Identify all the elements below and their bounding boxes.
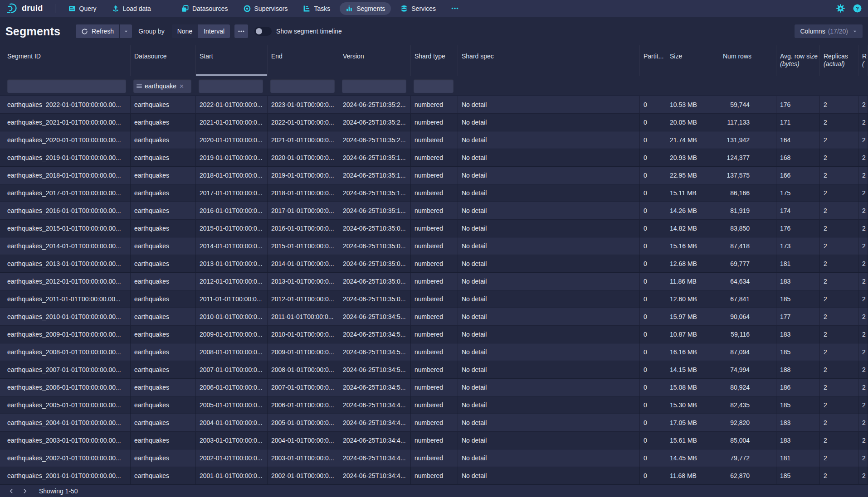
cell-segment_id: earthquakes_2008-01-01T00:00:00.00...	[0, 343, 131, 361]
brand[interactable]: druid	[6, 2, 43, 14]
cell-shard_spec: No detail	[458, 131, 640, 149]
table-row: earthquakes_2011-01-01T00:00:00.00...ear…	[0, 290, 868, 308]
table-row: earthquakes_2006-01-01T00:00:00.00...ear…	[0, 379, 868, 396]
column-header-segment_id[interactable]: Segment ID	[0, 45, 131, 76]
cell-size: 11.86 MB	[666, 273, 719, 290]
column-label: Shard spec	[462, 53, 494, 60]
column-header-shard_type[interactable]: Shard type	[411, 45, 458, 76]
column-header-avg_row_size[interactable]: Avg. row size(bytes)	[776, 45, 820, 76]
cell-start: 2018-01-01T00:00:0...	[196, 167, 268, 184]
cell-num_rows: 74,994	[719, 361, 776, 378]
cell-shard_spec: No detail	[458, 96, 640, 113]
query-icon	[68, 5, 76, 12]
nav-item-more[interactable]	[445, 2, 464, 15]
segment_id-filter-input[interactable]	[7, 79, 126, 93]
cell-datasource: earthquakes	[131, 467, 196, 484]
cell-avg_row_size: 168	[776, 149, 820, 166]
more-actions-button[interactable]	[234, 24, 248, 38]
cell-num_rows: 124,377	[719, 149, 776, 166]
cell-num_rows: 92,820	[719, 414, 776, 431]
start-filter-input[interactable]	[199, 79, 263, 93]
cell-shard_type: numbered	[411, 149, 458, 166]
cell-num_rows: 67,841	[719, 290, 776, 308]
cell-shard_type: numbered	[411, 343, 458, 361]
cell-end: 2012-01-01T00:00:0...	[268, 290, 339, 308]
previous-page-button[interactable]	[5, 486, 18, 497]
help-icon[interactable]: ?	[853, 4, 862, 13]
column-header-replicated[interactable]: R(	[858, 45, 868, 76]
cell-segment_id: earthquakes_2013-01-01T00:00:00.00...	[0, 255, 131, 272]
cell-replicated: 2	[858, 96, 868, 113]
settings-gear-icon[interactable]	[836, 4, 845, 13]
datasource-filter-value: earthquake	[145, 82, 176, 90]
cell-end: 2018-01-01T00:00:0...	[268, 184, 339, 202]
cell-avg_row_size: 185	[776, 396, 820, 414]
cell-replicated: 2	[858, 149, 868, 166]
nav-item-segments[interactable]: Segments	[340, 2, 391, 15]
filter-cell-num_rows	[719, 76, 776, 96]
nav-item-load-data[interactable]: Load data	[106, 2, 157, 15]
column-header-version[interactable]: Version	[339, 45, 411, 76]
datasource-filter-input[interactable]: earthquake✕	[133, 79, 191, 93]
cell-shard_spec: No detail	[458, 343, 640, 361]
cell-size: 14.45 MB	[666, 449, 719, 467]
column-header-end[interactable]: End	[268, 45, 339, 76]
column-header-partition[interactable]: Partit...	[640, 45, 666, 76]
cell-shard_spec: No detail	[458, 449, 640, 467]
cell-start: 2003-01-01T00:00:0...	[196, 432, 268, 449]
cell-shard_type: numbered	[411, 379, 458, 396]
refresh-button[interactable]: Refresh	[76, 24, 119, 38]
cell-start: 2008-01-01T00:00:0...	[196, 343, 268, 361]
column-header-shard_spec[interactable]: Shard spec	[458, 45, 640, 76]
group-by-none-button[interactable]: None	[172, 24, 198, 38]
group-by-none-label: None	[177, 28, 192, 35]
next-page-button[interactable]	[18, 486, 32, 497]
nav-item-services[interactable]: Services	[395, 2, 442, 15]
filter-cell-shard_spec	[458, 76, 640, 96]
filter-equals-icon	[137, 83, 142, 89]
column-header-replicas[interactable]: Replicas(actual)	[820, 45, 858, 76]
nav-item-query[interactable]: Query	[63, 2, 102, 15]
cell-end: 2014-01-01T00:00:0...	[268, 255, 339, 272]
cell-partition: 0	[640, 273, 666, 290]
column-sublabel: (	[862, 60, 864, 68]
cell-partition: 0	[640, 343, 666, 361]
cell-shard_spec: No detail	[458, 149, 640, 166]
end-filter-input[interactable]	[270, 79, 335, 93]
table-row: earthquakes_2021-01-01T00:00:00.00...ear…	[0, 114, 868, 131]
table-row: earthquakes_2014-01-01T00:00:00.00...ear…	[0, 237, 868, 255]
cell-shard_spec: No detail	[458, 220, 640, 237]
cell-segment_id: earthquakes_2018-01-01T00:00:00.00...	[0, 167, 131, 184]
show-timeline-toggle[interactable]	[254, 27, 272, 36]
nav-item-datasources[interactable]: Datasources	[176, 2, 234, 15]
cell-shard_spec: No detail	[458, 255, 640, 272]
cell-partition: 0	[640, 167, 666, 184]
remove-filter-icon[interactable]: ✕	[179, 83, 184, 90]
cell-avg_row_size: 181	[776, 255, 820, 272]
cell-replicated: 2	[858, 449, 868, 467]
column-header-size[interactable]: Size	[666, 45, 719, 76]
filter-cell-replicated	[858, 76, 868, 96]
column-header-start[interactable]: Start	[196, 45, 268, 76]
cell-replicated: 2	[858, 131, 868, 149]
cell-segment_id: earthquakes_2010-01-01T00:00:00.00...	[0, 308, 131, 325]
columns-button[interactable]: Columns (17/20)	[795, 24, 863, 38]
cell-replicated: 2	[858, 255, 868, 272]
cell-version: 2024-06-25T10:35:0...	[339, 273, 411, 290]
filter-cell-partition	[640, 76, 666, 96]
group-by-interval-button[interactable]: Interval	[198, 24, 230, 38]
shard_type-filter-input[interactable]	[414, 79, 454, 93]
cell-shard_spec: No detail	[458, 379, 640, 396]
cell-end: 2013-01-01T00:00:0...	[268, 273, 339, 290]
cell-avg_row_size: 176	[776, 220, 820, 237]
refresh-dropdown-button[interactable]	[120, 24, 132, 38]
column-header-num_rows[interactable]: Num rows	[719, 45, 776, 76]
column-label: Size	[670, 53, 682, 60]
nav-item-tasks[interactable]: Tasks	[297, 2, 336, 15]
cell-num_rows: 80,924	[719, 379, 776, 396]
nav-item-supervisors[interactable]: Supervisors	[238, 2, 294, 15]
version-filter-input[interactable]	[342, 79, 406, 93]
cell-segment_id: earthquakes_2006-01-01T00:00:00.00...	[0, 379, 131, 396]
cell-partition: 0	[640, 96, 666, 113]
column-header-datasource[interactable]: Datasource	[131, 45, 196, 76]
